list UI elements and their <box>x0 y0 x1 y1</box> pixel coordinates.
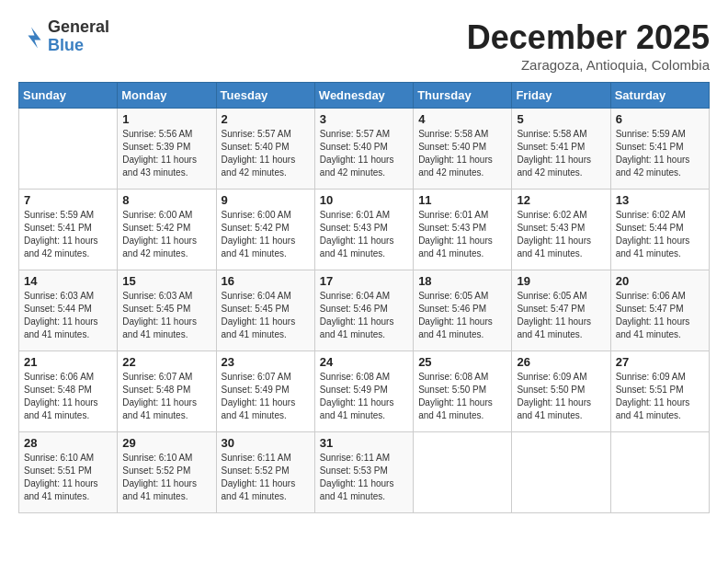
calendar-cell: 19Sunrise: 6:05 AMSunset: 5:47 PMDayligh… <box>512 270 610 351</box>
calendar-cell: 22Sunrise: 6:07 AMSunset: 5:48 PMDayligh… <box>118 351 216 432</box>
day-number: 18 <box>418 274 506 288</box>
calendar-cell: 10Sunrise: 6:01 AMSunset: 5:43 PMDayligh… <box>314 190 413 270</box>
daylight-text: Daylight: 11 hours and 42 minutes. <box>320 154 408 179</box>
calendar-cell: 20Sunrise: 6:06 AMSunset: 5:47 PMDayligh… <box>610 270 709 351</box>
day-of-week-header: Friday <box>512 83 610 109</box>
sunset-text: Sunset: 5:51 PM <box>616 384 704 396</box>
sunset-text: Sunset: 5:45 PM <box>122 303 210 316</box>
cell-content: Sunrise: 5:57 AMSunset: 5:40 PMDaylight:… <box>320 128 408 179</box>
logo: General Blue <box>18 18 109 55</box>
daylight-text: Daylight: 11 hours and 41 minutes. <box>616 235 704 260</box>
daylight-text: Daylight: 11 hours and 41 minutes. <box>24 396 112 422</box>
calendar-cell: 11Sunrise: 6:01 AMSunset: 5:43 PMDayligh… <box>414 190 512 270</box>
calendar-cell: 21Sunrise: 6:06 AMSunset: 5:48 PMDayligh… <box>19 351 118 432</box>
sunrise-text: Sunrise: 6:08 AM <box>320 371 408 384</box>
sunrise-text: Sunrise: 6:07 AM <box>222 371 310 384</box>
day-number: 15 <box>122 274 210 288</box>
sunrise-text: Sunrise: 6:01 AM <box>418 209 506 222</box>
calendar-cell: 16Sunrise: 6:04 AMSunset: 5:45 PMDayligh… <box>216 270 314 351</box>
daylight-text: Daylight: 11 hours and 42 minutes. <box>122 235 210 260</box>
sunrise-text: Sunrise: 5:56 AM <box>122 128 210 141</box>
sunset-text: Sunset: 5:47 PM <box>517 303 605 316</box>
calendar-cell: 1Sunrise: 5:56 AMSunset: 5:39 PMDaylight… <box>118 109 216 190</box>
day-number: 17 <box>320 274 408 288</box>
day-number: 1 <box>122 112 210 126</box>
sunset-text: Sunset: 5:50 PM <box>418 384 506 396</box>
calendar-cell: 6Sunrise: 5:59 AMSunset: 5:41 PMDaylight… <box>610 109 709 190</box>
calendar-cell: 7Sunrise: 5:59 AMSunset: 5:41 PMDaylight… <box>19 190 118 270</box>
sunset-text: Sunset: 5:49 PM <box>320 384 408 396</box>
daylight-text: Daylight: 11 hours and 42 minutes. <box>24 235 112 260</box>
sunrise-text: Sunrise: 5:57 AM <box>222 128 310 141</box>
sunrise-text: Sunrise: 6:11 AM <box>222 452 310 465</box>
day-number: 2 <box>222 112 310 126</box>
sunrise-text: Sunrise: 5:58 AM <box>418 128 506 141</box>
sunrise-text: Sunrise: 6:10 AM <box>122 452 210 465</box>
calendar-week-row: 28Sunrise: 6:10 AMSunset: 5:51 PMDayligh… <box>19 432 710 513</box>
daylight-text: Daylight: 11 hours and 41 minutes. <box>517 316 605 341</box>
daylight-text: Daylight: 11 hours and 42 minutes. <box>517 154 605 179</box>
day-number: 23 <box>222 355 310 369</box>
svg-marker-0 <box>28 27 41 48</box>
cell-content: Sunrise: 5:59 AMSunset: 5:41 PMDaylight:… <box>24 209 112 260</box>
sunrise-text: Sunrise: 6:02 AM <box>517 209 605 222</box>
sunrise-text: Sunrise: 6:08 AM <box>418 371 506 384</box>
calendar-cell: 9Sunrise: 6:00 AMSunset: 5:42 PMDaylight… <box>216 190 314 270</box>
sunset-text: Sunset: 5:49 PM <box>222 384 310 396</box>
sunrise-text: Sunrise: 6:09 AM <box>517 371 605 384</box>
calendar-cell: 3Sunrise: 5:57 AMSunset: 5:40 PMDaylight… <box>314 109 413 190</box>
sunset-text: Sunset: 5:42 PM <box>122 222 210 235</box>
sunset-text: Sunset: 5:46 PM <box>418 303 506 316</box>
calendar-week-row: 14Sunrise: 6:03 AMSunset: 5:44 PMDayligh… <box>19 270 710 351</box>
daylight-text: Daylight: 11 hours and 42 minutes. <box>222 154 310 179</box>
sunset-text: Sunset: 5:41 PM <box>24 222 112 235</box>
daylight-text: Daylight: 11 hours and 41 minutes. <box>517 396 605 422</box>
day-of-week-header: Monday <box>118 83 216 109</box>
sunset-text: Sunset: 5:44 PM <box>24 303 112 316</box>
cell-content: Sunrise: 6:11 AMSunset: 5:52 PMDaylight:… <box>222 452 310 503</box>
day-number: 10 <box>320 193 408 207</box>
day-number: 31 <box>320 436 408 450</box>
daylight-text: Daylight: 11 hours and 41 minutes. <box>616 316 704 341</box>
sunrise-text: Sunrise: 6:03 AM <box>24 290 112 303</box>
sunset-text: Sunset: 5:53 PM <box>320 465 408 477</box>
sunrise-text: Sunrise: 6:11 AM <box>320 452 408 465</box>
day-of-week-header: Wednesday <box>314 83 413 109</box>
calendar-cell: 13Sunrise: 6:02 AMSunset: 5:44 PMDayligh… <box>610 190 709 270</box>
daylight-text: Daylight: 11 hours and 41 minutes. <box>320 396 408 422</box>
cell-content: Sunrise: 6:03 AMSunset: 5:44 PMDaylight:… <box>24 290 112 341</box>
cell-content: Sunrise: 6:04 AMSunset: 5:46 PMDaylight:… <box>320 290 408 341</box>
day-number: 5 <box>517 112 605 126</box>
day-number: 29 <box>122 436 210 450</box>
day-number: 3 <box>320 112 408 126</box>
sunset-text: Sunset: 5:47 PM <box>616 303 704 316</box>
day-number: 14 <box>24 274 112 288</box>
day-number: 24 <box>320 355 408 369</box>
calendar-cell <box>414 432 512 513</box>
calendar-cell: 5Sunrise: 5:58 AMSunset: 5:41 PMDaylight… <box>512 109 610 190</box>
sunset-text: Sunset: 5:40 PM <box>320 141 408 154</box>
sunrise-text: Sunrise: 6:06 AM <box>24 371 112 384</box>
daylight-text: Daylight: 11 hours and 41 minutes. <box>418 235 506 260</box>
day-of-week-header: Saturday <box>610 83 709 109</box>
cell-content: Sunrise: 6:09 AMSunset: 5:50 PMDaylight:… <box>517 371 605 422</box>
sunset-text: Sunset: 5:40 PM <box>418 141 506 154</box>
cell-content: Sunrise: 5:59 AMSunset: 5:41 PMDaylight:… <box>616 128 704 179</box>
sunrise-text: Sunrise: 6:10 AM <box>24 452 112 465</box>
sunrise-text: Sunrise: 6:00 AM <box>222 209 310 222</box>
cell-content: Sunrise: 5:58 AMSunset: 5:40 PMDaylight:… <box>418 128 506 179</box>
calendar-cell <box>512 432 610 513</box>
cell-content: Sunrise: 6:08 AMSunset: 5:49 PMDaylight:… <box>320 371 408 422</box>
calendar-week-row: 1Sunrise: 5:56 AMSunset: 5:39 PMDaylight… <box>19 109 710 190</box>
cell-content: Sunrise: 6:00 AMSunset: 5:42 PMDaylight:… <box>122 209 210 260</box>
logo-general: General <box>48 18 109 37</box>
day-of-week-header: Thursday <box>414 83 512 109</box>
calendar-cell: 8Sunrise: 6:00 AMSunset: 5:42 PMDaylight… <box>118 190 216 270</box>
sunrise-text: Sunrise: 6:03 AM <box>122 290 210 303</box>
sunrise-text: Sunrise: 6:07 AM <box>122 371 210 384</box>
sunset-text: Sunset: 5:52 PM <box>222 465 310 477</box>
day-number: 19 <box>517 274 605 288</box>
calendar-cell: 4Sunrise: 5:58 AMSunset: 5:40 PMDaylight… <box>414 109 512 190</box>
calendar-cell: 23Sunrise: 6:07 AMSunset: 5:49 PMDayligh… <box>216 351 314 432</box>
day-of-week-header: Sunday <box>19 83 118 109</box>
